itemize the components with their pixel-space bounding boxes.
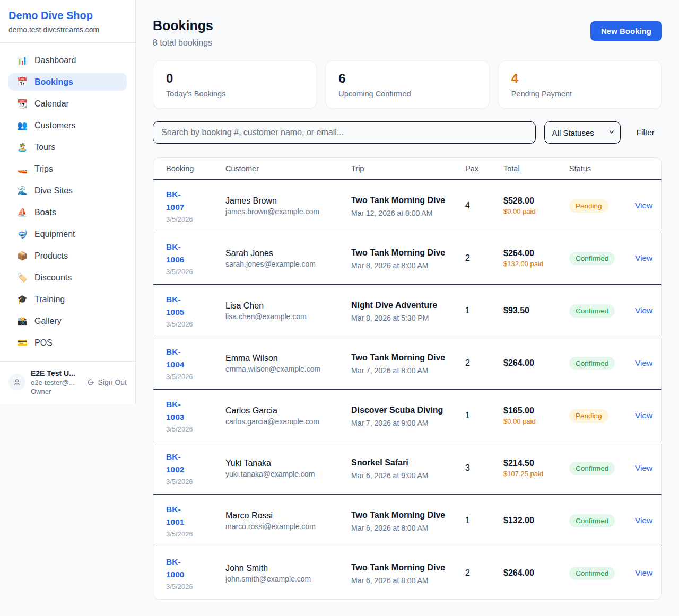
sidebar-item-equipment[interactable]: 🤿 Equipment xyxy=(8,225,127,243)
customer-email: sarah.jones@example.com xyxy=(225,260,351,268)
booking-id-link[interactable]: BK-1005 xyxy=(166,293,197,319)
status-cell: Confirmed xyxy=(569,252,635,265)
user-role: Owner xyxy=(31,388,81,395)
sidebar-item-training[interactable]: 🎓 Training xyxy=(8,291,127,308)
sidebar-item-bookings[interactable]: 📅 Bookings xyxy=(8,73,127,91)
trip-datetime: Mar 6, 2026 at 8:00 AM xyxy=(351,524,465,532)
column-header-booking: Booking xyxy=(166,164,225,173)
booking-date: 3/5/2026 xyxy=(166,268,225,276)
sidebar-item-label: Boats xyxy=(34,208,56,217)
page-title: Bookings xyxy=(153,18,213,33)
pax-cell: 2 xyxy=(465,358,503,368)
status-badge: Pending xyxy=(569,409,608,423)
sign-out-button[interactable]: Sign Out xyxy=(86,378,127,386)
sidebar-item-discounts[interactable]: 🏷️ Discounts xyxy=(8,269,127,286)
booking-date: 3/5/2026 xyxy=(166,583,225,591)
view-link[interactable]: View xyxy=(635,411,652,420)
booking-id-link[interactable]: BK-1006 xyxy=(166,241,197,266)
sidebar-item-boats[interactable]: ⛵ Boats xyxy=(8,204,127,221)
sidebar-item-label: POS xyxy=(34,338,53,348)
sidebar-item-gallery[interactable]: 📸 Gallery xyxy=(8,312,127,330)
booking-id-link[interactable]: BK-1001 xyxy=(166,503,197,529)
island-icon: 🏝️ xyxy=(17,142,28,152)
search-input[interactable] xyxy=(153,121,536,144)
booking-id-link[interactable]: BK-1000 xyxy=(166,556,197,581)
view-link[interactable]: View xyxy=(635,201,652,210)
stat-label: Today's Bookings xyxy=(166,90,303,98)
sidebar-item-label: Bookings xyxy=(34,77,73,87)
status-cell: Confirmed xyxy=(569,462,635,475)
total-amount: $214.50 xyxy=(503,459,569,468)
booking-cell: BK-1007 3/5/2026 xyxy=(166,188,225,223)
brand-domain: demo.test.divestreams.com xyxy=(8,25,127,34)
sidebar-item-tours[interactable]: 🏝️ Tours xyxy=(8,138,127,156)
total-amount: $528.00 xyxy=(503,196,569,206)
customer-cell: Emma Wilson emma.wilson@example.com xyxy=(225,354,351,373)
sidebar-item-label: Tours xyxy=(34,143,55,152)
customer-email: james.brown@example.com xyxy=(225,207,351,216)
customer-cell: Marco Rossi marco.rossi@example.com xyxy=(225,511,351,531)
pax-cell: 1 xyxy=(465,516,503,525)
logout-icon xyxy=(86,378,95,386)
total-amount: $264.00 xyxy=(503,249,569,258)
view-link[interactable]: View xyxy=(635,358,652,367)
booking-cell: BK-1002 3/5/2026 xyxy=(166,451,225,486)
booking-cell: BK-1001 3/5/2026 xyxy=(166,503,225,538)
diving-mask-icon: 🤿 xyxy=(17,229,28,239)
user-email: e2e-tester@... xyxy=(31,379,81,386)
customer-name: John Smith xyxy=(225,564,351,573)
booking-date: 3/5/2026 xyxy=(166,478,225,486)
stat-card-pending-payment: 4 Pending Payment xyxy=(498,60,662,109)
sidebar-item-dashboard[interactable]: 📊 Dashboard xyxy=(8,51,127,69)
total-cell: $132.00 xyxy=(503,516,569,525)
avatar xyxy=(8,374,25,391)
stat-label: Pending Payment xyxy=(511,90,649,98)
sidebar-item-pos[interactable]: 💳 POS xyxy=(8,334,127,351)
table-row: BK-1000 3/5/2026 John Smith john.smith@e… xyxy=(153,547,661,599)
new-booking-button[interactable]: New Booking xyxy=(590,21,662,41)
trip-cell: Two Tank Morning Dive Mar 6, 2026 at 8:0… xyxy=(351,561,465,585)
booking-id-link[interactable]: BK-1007 xyxy=(166,188,197,214)
calendar-icon: 📅 xyxy=(17,77,28,87)
booking-id-link[interactable]: BK-1002 xyxy=(166,451,197,476)
sidebar-item-trips[interactable]: 🚤 Trips xyxy=(8,160,127,178)
customer-name: Marco Rossi xyxy=(225,511,351,521)
booking-date: 3/5/2026 xyxy=(166,320,225,328)
status-cell: Confirmed xyxy=(569,304,635,318)
status-badge: Confirmed xyxy=(569,514,615,527)
booking-id-link[interactable]: BK-1004 xyxy=(166,346,197,371)
view-link[interactable]: View xyxy=(635,253,652,262)
sidebar-item-label: Trips xyxy=(34,164,53,174)
trip-cell: Two Tank Morning Dive Mar 7, 2026 at 8:0… xyxy=(351,351,465,375)
status-cell: Confirmed xyxy=(569,357,635,370)
tag-icon: 🏷️ xyxy=(17,272,28,283)
sidebar-item-products[interactable]: 📦 Products xyxy=(8,247,127,265)
booking-date: 3/5/2026 xyxy=(166,530,225,538)
trip-datetime: Mar 8, 2026 at 5:30 PM xyxy=(351,314,465,322)
sidebar-item-customers[interactable]: 👥 Customers xyxy=(8,117,127,134)
customer-email: carlos.garcia@example.com xyxy=(225,417,351,426)
sidebar-item-dive-sites[interactable]: 🌊 Dive Sites xyxy=(8,182,127,199)
status-badge: Confirmed xyxy=(569,357,615,370)
brand-name: Demo Dive Shop xyxy=(8,10,127,22)
customer-name: Carlos Garcia xyxy=(225,406,351,416)
customer-cell: Carlos Garcia carlos.garcia@example.com xyxy=(225,406,351,426)
paid-amount: $0.00 paid xyxy=(503,417,551,425)
trip-name: Two Tank Morning Dive xyxy=(351,351,447,364)
sidebar-item-calendar[interactable]: 📆 Calendar xyxy=(8,95,127,112)
customer-email: marco.rossi@example.com xyxy=(225,522,351,531)
customer-cell: Sarah Jones sarah.jones@example.com xyxy=(225,249,351,268)
booking-id-link[interactable]: BK-1003 xyxy=(166,398,197,424)
filter-button[interactable]: Filter xyxy=(629,128,662,137)
view-link[interactable]: View xyxy=(635,516,652,525)
view-link[interactable]: View xyxy=(635,463,652,472)
status-select[interactable]: All Statuses xyxy=(544,121,621,144)
total-cell: $264.00 xyxy=(503,358,569,368)
total-amount: $132.00 xyxy=(503,516,569,525)
view-link[interactable]: View xyxy=(635,306,652,315)
stat-card-upcoming-confirmed: 6 Upcoming Confirmed xyxy=(325,60,489,109)
app-root: Demo Dive Shop demo.test.divestreams.com… xyxy=(0,0,679,616)
view-link[interactable]: View xyxy=(635,568,652,577)
wave-icon: 🌊 xyxy=(17,186,28,196)
stat-value: 6 xyxy=(338,71,476,86)
